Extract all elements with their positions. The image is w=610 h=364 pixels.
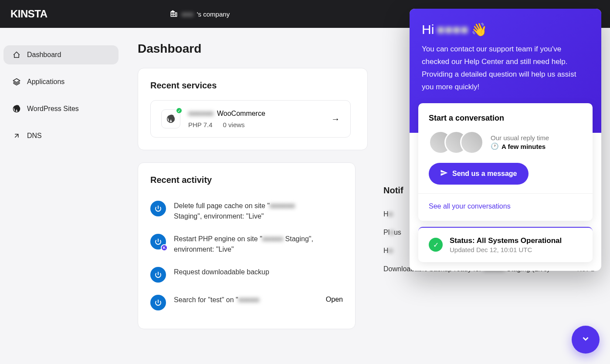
activity-text: Search for "test" on "■■■■■	[174, 295, 259, 305]
company-name-redacted: ■■■	[182, 10, 193, 18]
company-selector[interactable]: ■■■ 's company	[169, 9, 230, 19]
sidebar: Dashboard Applications WordPress Sites D…	[0, 28, 122, 364]
sidebar-item-label: WordPress Sites	[27, 105, 79, 113]
power-icon: K	[150, 234, 166, 249]
power-icon	[150, 295, 166, 310]
logo[interactable]: KINSTA	[10, 8, 47, 20]
sidebar-item-label: Applications	[27, 78, 64, 86]
activity-row[interactable]: Search for "test" on "■■■■■ Open	[150, 289, 343, 317]
power-icon	[150, 201, 166, 216]
panel-title: Recent activity	[150, 175, 343, 185]
sidebar-item-applications[interactable]: Applications	[3, 72, 119, 91]
check-icon: ✓	[429, 238, 443, 252]
sidebar-item-wordpress[interactable]: WordPress Sites	[3, 99, 119, 118]
clock-icon: 🕐	[491, 142, 499, 150]
home-icon	[12, 51, 21, 59]
notification-text: H■	[383, 210, 393, 218]
status-card[interactable]: ✓ Status: All Systems Operational Update…	[418, 227, 593, 262]
page-title: Dashboard	[138, 42, 368, 56]
wave-icon: 👋	[471, 22, 487, 37]
status-text: Status: All Systems Operational	[450, 236, 562, 245]
sidebar-item-dns[interactable]: DNS	[3, 126, 119, 145]
recent-activity-panel: Recent activity Delete full page cache o…	[138, 162, 356, 329]
chat-greeting: Hi ■■■■ 👋	[422, 22, 589, 37]
arrow-right-icon: →	[331, 114, 340, 124]
chat-toggle-fab[interactable]	[572, 326, 600, 354]
activity-text: Request downloadable backup	[174, 267, 269, 277]
wordpress-icon	[12, 104, 21, 113]
layers-icon	[12, 78, 21, 86]
sidebar-item-dashboard[interactable]: Dashboard	[3, 45, 119, 64]
chat-widget: Hi ■■■■ 👋 You can contact our support te…	[410, 9, 601, 271]
status-updated: Updated Dec 12, 10:01 UTC	[450, 246, 562, 253]
check-badge: ✓	[176, 107, 183, 114]
notification-text: Pl■us	[383, 229, 401, 236]
activity-status: Open	[326, 295, 343, 303]
avatar-stack	[429, 131, 484, 154]
card-title: Start a conversation	[429, 114, 582, 123]
sidebar-item-label: DNS	[27, 132, 42, 140]
service-name-redacted: ■■■■■■	[188, 110, 214, 118]
conversation-card: Start a conversation Our usual reply tim…	[418, 103, 593, 221]
activity-row[interactable]: Request downloadable backup	[150, 261, 343, 289]
send-message-button[interactable]: Send us a message	[429, 163, 529, 185]
company-suffix: 's company	[197, 10, 230, 18]
panel-title: Recent services	[150, 81, 355, 91]
wordpress-icon: ✓	[161, 109, 180, 128]
service-card[interactable]: ✓ ■■■■■■ WooCommerce PHP 7.4 0 views →	[150, 100, 351, 138]
power-icon	[150, 267, 166, 283]
chat-subtext: You can contact our support team if you'…	[422, 43, 589, 94]
sidebar-item-label: Dashboard	[27, 51, 61, 59]
activity-text: Delete full page cache on site "■■■■■■ S…	[174, 201, 313, 222]
avatar	[460, 131, 484, 154]
recent-services-panel: Recent services ✓ ■■■■■■ WooCommerce PHP…	[138, 68, 368, 150]
reply-time: 🕐 A few minutes	[491, 142, 549, 150]
building-icon	[169, 9, 178, 19]
activity-row[interactable]: K Restart PHP engine on site "■■■■■ Stag…	[150, 228, 343, 261]
chevron-down-icon	[581, 334, 590, 345]
reply-label: Our usual reply time	[491, 134, 549, 142]
dns-icon	[12, 131, 21, 140]
k-badge: K	[161, 244, 168, 251]
send-icon	[440, 169, 448, 179]
notification-text: H■	[383, 247, 393, 255]
service-name-suffix: WooCommerce	[217, 110, 265, 118]
main-content: Dashboard Recent services ✓ ■■■■■■ WooCo…	[122, 28, 383, 364]
activity-row[interactable]: Delete full page cache on site "■■■■■■ S…	[150, 195, 343, 228]
service-views: 0 views	[223, 121, 245, 128]
see-all-conversations-link[interactable]: See all your conversations	[429, 202, 582, 210]
activity-text: Restart PHP engine on site "■■■■■ Stagin…	[174, 234, 313, 255]
service-php: PHP 7.4	[188, 121, 213, 128]
